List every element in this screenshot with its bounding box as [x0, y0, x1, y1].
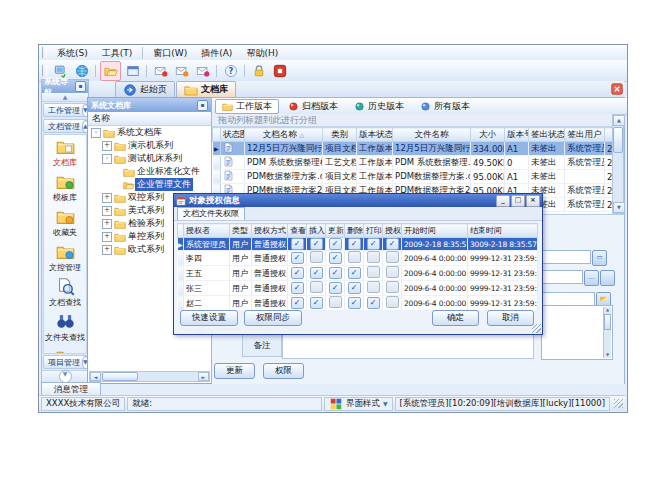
- dialog-tab-folder-permission[interactable]: 文档文件夹权限: [177, 207, 245, 220]
- grid-column-1[interactable]: 文档名称 △: [245, 128, 323, 142]
- dialog-column-8[interactable]: 授权: [383, 224, 402, 238]
- small-button[interactable]: [600, 270, 615, 286]
- textarea-scrollbar[interactable]: ▲▼: [603, 307, 611, 358]
- sidebar-item-5[interactable]: 文件夹查找: [44, 310, 86, 345]
- tree-node-4[interactable]: 企业管理文件: [88, 178, 211, 191]
- perm-checkbox[interactable]: ✓: [291, 267, 304, 279]
- ellipsis-button[interactable]: ▭: [592, 250, 607, 266]
- tree-node-0[interactable]: -系统文档库: [88, 126, 211, 139]
- perm-checkbox[interactable]: [348, 251, 361, 263]
- perm-checkbox[interactable]: ✓: [329, 238, 342, 250]
- toolbar-button-mail-alert[interactable]: [193, 62, 212, 80]
- dialog-resize-grip[interactable]: [532, 324, 541, 333]
- perm-checkbox[interactable]: [386, 296, 399, 308]
- grid-column-4[interactable]: 文件名称: [393, 128, 471, 142]
- scroll-left-icon[interactable]: ◄: [90, 372, 101, 381]
- maximize-icon[interactable]: □: [511, 195, 525, 207]
- scroll-up-icon[interactable]: ▲: [613, 115, 625, 126]
- perm-checkbox[interactable]: ✓: [367, 297, 380, 309]
- tree-expander-plus[interactable]: +: [102, 232, 112, 242]
- cancel-button[interactable]: 取消: [487, 310, 534, 326]
- close-icon[interactable]: ×: [526, 195, 540, 207]
- tree-expander-plus[interactable]: +: [102, 141, 112, 151]
- window-resize-grip[interactable]: [614, 399, 623, 408]
- sidebar-section-project[interactable]: 项目管理▼: [43, 355, 87, 369]
- perm-checkbox[interactable]: ✓: [291, 282, 304, 294]
- perm-checkbox[interactable]: [386, 251, 399, 263]
- toolbar-grip[interactable]: [42, 65, 47, 76]
- tree-expander-plus[interactable]: +: [102, 206, 112, 216]
- toolbar-button-open-folder[interactable]: [100, 61, 121, 81]
- perm-checkbox[interactable]: [367, 266, 380, 278]
- dialog-column-0[interactable]: 授权者: [184, 224, 230, 238]
- dialog-permission-row-3[interactable]: 张三用户普通授权✓✓✓2009-6-4 0:00:009999-12-31 23…: [178, 281, 538, 296]
- perm-checkbox[interactable]: ✓: [348, 238, 361, 250]
- dialog-column-7[interactable]: 打印: [364, 224, 383, 238]
- tab-start-page[interactable]: 起始页: [115, 81, 175, 97]
- menu-item[interactable]: 帮助(H): [239, 46, 285, 60]
- toolbar-button-exit[interactable]: [270, 62, 289, 80]
- perm-checkbox[interactable]: ✓: [329, 282, 342, 294]
- perm-checkbox[interactable]: ✓: [367, 238, 380, 250]
- toolbar-button-help[interactable]: ?: [221, 62, 240, 80]
- dialog-column-2[interactable]: 授权方式: [252, 224, 288, 238]
- scroll-thumb[interactable]: [604, 314, 611, 330]
- grid-row-1[interactable]: PDM 系统数据整理检...工艺文档工作版本PDM 系统数据整理...49.50…: [213, 156, 613, 170]
- grid-row-0[interactable]: ▶12月5日万兴隆同行...项目文档工作版本12月5日万兴隆同行...334.0…: [213, 142, 613, 156]
- perm-checkbox[interactable]: [367, 251, 380, 263]
- quick-setup-button[interactable]: 快速设置: [180, 310, 238, 326]
- grid-column-0[interactable]: 状态图: [221, 128, 245, 142]
- scroll-down-icon[interactable]: ▼: [613, 202, 625, 213]
- remark-field[interactable]: [282, 331, 534, 359]
- toolbar-button-mail-new[interactable]: [151, 62, 170, 80]
- grid-column-8[interactable]: 签出用户: [565, 128, 605, 142]
- perm-checkbox[interactable]: [367, 281, 380, 293]
- sidebar-collapse-strip[interactable]: ▲: [42, 93, 88, 102]
- perm-checkbox[interactable]: [310, 281, 323, 293]
- sidebar-item-1[interactable]: 模板库: [44, 170, 86, 205]
- perm-checkbox[interactable]: [386, 266, 399, 278]
- grid-column-cut[interactable]: [605, 128, 613, 142]
- group-by-bar[interactable]: 拖动列标题到此进行分组: [212, 114, 624, 127]
- tree-expander-minus[interactable]: -: [91, 128, 101, 138]
- perm-checkbox[interactable]: ✓: [310, 267, 323, 279]
- dialog-column-9[interactable]: 开始时间: [402, 224, 468, 238]
- scroll-thumb[interactable]: [613, 127, 623, 153]
- grid-row-2[interactable]: PDM数据整理方案.doc项目文档工作版本PDM数据整理方案.doc95.00K…: [213, 170, 613, 184]
- tree-node-3[interactable]: 企业标准化文件: [88, 165, 211, 178]
- dialog-permission-row-1[interactable]: 李四用户普通授权✓✓2009-6-4 0:00:009999-12-31 23:…: [178, 251, 538, 266]
- tree-node-2[interactable]: -测试机床系列: [88, 152, 211, 165]
- scroll-down-icon[interactable]: ▼: [604, 352, 611, 358]
- form-textarea[interactable]: ▲▼: [541, 305, 613, 360]
- dialog-column-5[interactable]: 更新: [326, 224, 345, 238]
- tree-node-1[interactable]: +演示机系列: [88, 139, 211, 152]
- sidebar-section-work[interactable]: 工作管理▼: [43, 103, 87, 117]
- sidebar-section-doc[interactable]: 文档管理▲: [43, 119, 87, 133]
- perm-checkbox[interactable]: ✓: [291, 297, 304, 309]
- permission-sync-button[interactable]: 权限同步: [244, 310, 302, 326]
- tree-horizontal-scrollbar[interactable]: ◄►: [89, 371, 210, 382]
- toolbar-button-mail-open[interactable]: [172, 62, 191, 80]
- dialog-permission-row-0[interactable]: ▶系统管理员用户普通授权✓✓✓✓✓✓2009-2-18 8:35:573009-…: [178, 238, 538, 251]
- dialog-title-bar[interactable]: 对象授权信息_□×: [174, 194, 542, 207]
- perm-checkbox[interactable]: [310, 251, 323, 263]
- permission-button[interactable]: 权限: [263, 363, 304, 379]
- grid-vertical-scrollbar[interactable]: ▲▼: [612, 114, 624, 214]
- ellipsis-button[interactable]: …: [584, 270, 599, 286]
- version-tab-2[interactable]: 历史版本: [347, 99, 411, 114]
- grid-column-3[interactable]: 版本状态: [357, 128, 393, 142]
- grid-column-2[interactable]: 类别: [323, 128, 357, 142]
- toolbar-button-lock[interactable]: [249, 62, 268, 80]
- tree-expander-minus[interactable]: -: [102, 154, 112, 164]
- grid-column-6[interactable]: 版本号: [505, 128, 529, 142]
- dialog-column-4[interactable]: 插入: [307, 224, 326, 238]
- scroll-up-icon[interactable]: ▲: [604, 307, 611, 313]
- perm-checkbox[interactable]: ✓: [329, 252, 342, 264]
- interface-style-selector[interactable]: 界面样式▼: [324, 397, 393, 411]
- tree-expander-plus[interactable]: +: [102, 245, 112, 255]
- perm-checkbox[interactable]: ✓: [291, 238, 304, 250]
- perm-checkbox[interactable]: [386, 281, 399, 293]
- dialog-column-3[interactable]: 查看: [288, 224, 307, 238]
- sidebar-item-2[interactable]: 收藏夹: [44, 205, 86, 240]
- menu-item[interactable]: 窗口(W): [146, 46, 194, 60]
